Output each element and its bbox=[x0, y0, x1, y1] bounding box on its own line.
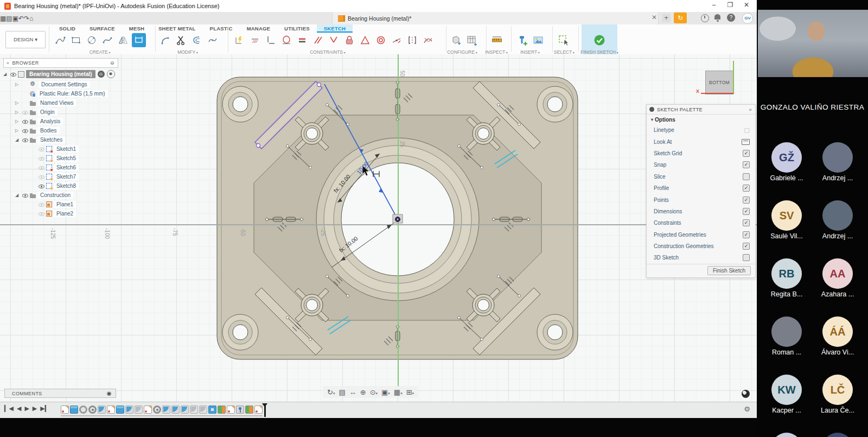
comments-toggle-icon[interactable]: ◉ bbox=[107, 390, 112, 396]
offset-tool-icon[interactable] bbox=[190, 33, 204, 47]
timeline-settings-gear-icon[interactable]: ⚙ bbox=[744, 405, 750, 413]
maximize-button[interactable]: ❐ bbox=[722, 0, 738, 11]
nav-icon[interactable]: ↻▾ bbox=[327, 388, 335, 396]
playback-icon[interactable]: ◀ bbox=[17, 405, 21, 412]
browser-row[interactable]: Plastic Rule: ABS (1,5 mm) bbox=[3, 89, 118, 98]
timeline-feature-icon[interactable] bbox=[208, 406, 216, 414]
timeline-feature-icon[interactable] bbox=[199, 406, 207, 414]
node-label[interactable]: Origin bbox=[37, 109, 58, 116]
parallel-constraint-icon[interactable] bbox=[311, 33, 325, 47]
participant-tile[interactable]: KW Kacper ... bbox=[762, 375, 811, 414]
timeline-feature-icon[interactable] bbox=[135, 406, 143, 414]
timeline-feature-icon[interactable] bbox=[79, 406, 87, 414]
fillet-tool-icon[interactable] bbox=[158, 33, 173, 47]
timeline-feature-icon[interactable] bbox=[88, 406, 97, 414]
participant-tile[interactable]: LČ Laura Če... bbox=[813, 375, 862, 414]
timeline-feature-icon[interactable] bbox=[162, 406, 170, 414]
extensions-clock-icon[interactable] bbox=[701, 14, 709, 22]
qat-icon[interactable]: ⌂ bbox=[29, 15, 33, 22]
qat-icon[interactable]: ↶ bbox=[18, 15, 24, 22]
playback-icon[interactable]: ▶ bbox=[33, 405, 37, 412]
notifications-bell-icon[interactable] bbox=[714, 14, 720, 20]
spline-tool-icon[interactable] bbox=[100, 33, 114, 47]
browser-row[interactable]: Document Settings bbox=[3, 80, 118, 89]
eye-icon[interactable] bbox=[38, 211, 45, 217]
timeline-feature-icon[interactable] bbox=[98, 406, 106, 414]
auto-constrain-icon[interactable] bbox=[232, 33, 246, 47]
expand-icon[interactable] bbox=[15, 82, 22, 87]
curve-tool-icon[interactable] bbox=[206, 33, 220, 47]
tangent-constraint-icon[interactable] bbox=[279, 33, 293, 47]
node-label[interactable]: Plane2 bbox=[54, 210, 76, 217]
nav-icon[interactable]: ▦▾ bbox=[394, 388, 403, 396]
eye-icon[interactable] bbox=[10, 71, 17, 77]
eye-icon[interactable] bbox=[22, 192, 29, 198]
qat-icon[interactable]: ▦ bbox=[0, 15, 6, 22]
close-tab-icon[interactable]: ✕ bbox=[650, 14, 659, 22]
ribbon-tab[interactable]: SOLID bbox=[52, 24, 82, 33]
browser-row[interactable]: Plane1 bbox=[3, 200, 118, 209]
configure-part-icon[interactable] bbox=[449, 33, 463, 47]
account-avatar[interactable]: GV bbox=[742, 13, 753, 24]
participant-tile[interactable]: JG Jorge Va... bbox=[762, 433, 811, 437]
insert-image-icon[interactable] bbox=[531, 33, 545, 47]
option-control[interactable] bbox=[743, 219, 750, 226]
option-control[interactable] bbox=[743, 254, 750, 261]
browser-row[interactable]: Named Views bbox=[3, 98, 118, 107]
node-label[interactable]: Plastic Rule: ABS (1,5 mm) bbox=[37, 90, 108, 97]
option-control[interactable] bbox=[744, 126, 750, 134]
participant-tile[interactable]: ÁÁ Álvaro Vi... bbox=[813, 316, 862, 356]
eye-icon[interactable] bbox=[22, 128, 29, 134]
active-speaker-tile[interactable]: GONZALO VALIÑO RIESTRA bbox=[757, 0, 868, 136]
eye-icon[interactable] bbox=[38, 183, 45, 189]
help-icon[interactable]: ? bbox=[727, 14, 735, 22]
collapse-panel-icon[interactable]: « bbox=[7, 60, 9, 66]
view-cube[interactable]: BOTTOM bbox=[705, 71, 733, 94]
timeline-feature-icon[interactable] bbox=[70, 406, 78, 414]
qat-icon[interactable]: ▤ bbox=[6, 15, 12, 22]
comments-bar[interactable]: COMMENTS ◉ bbox=[4, 389, 116, 398]
nav-icon[interactable]: ▣▾ bbox=[381, 388, 390, 396]
timeline-feature-icon[interactable] bbox=[218, 406, 226, 414]
root-component-label[interactable]: Bearing Housing (metal) bbox=[26, 70, 95, 78]
fix-constraint-icon[interactable] bbox=[248, 33, 262, 47]
expand-icon[interactable] bbox=[15, 110, 22, 115]
ribbon-tab[interactable]: MESH bbox=[122, 24, 151, 33]
ribbon-tab[interactable]: PLASTIC bbox=[203, 24, 240, 33]
browser-row[interactable]: Plane2 bbox=[3, 209, 118, 218]
timeline-feature-icon[interactable] bbox=[125, 406, 133, 414]
playback-icon[interactable]: ▶▎ bbox=[40, 405, 49, 412]
eye-icon[interactable] bbox=[38, 155, 45, 161]
participant-tile[interactable]: Andrzej ... bbox=[813, 200, 862, 240]
option-control[interactable] bbox=[743, 161, 750, 168]
nav-icon[interactable]: ▤ bbox=[339, 388, 345, 396]
polygon-constraint-icon[interactable] bbox=[358, 33, 372, 47]
browser-row[interactable]: Sketches bbox=[3, 135, 118, 144]
timeline-feature-icon[interactable] bbox=[245, 406, 253, 414]
new-tab-icon[interactable]: + bbox=[662, 14, 671, 22]
qat-icon[interactable]: ▣ bbox=[12, 15, 18, 22]
option-control[interactable] bbox=[743, 185, 750, 192]
participant-tile[interactable]: Roman ... bbox=[762, 316, 811, 356]
mirror-tool-icon[interactable] bbox=[116, 33, 130, 47]
eye-icon[interactable] bbox=[38, 164, 45, 170]
browser-header[interactable]: « BROWSER ⊖ bbox=[3, 58, 118, 68]
participant-tile[interactable]: SV Saulė Vil... bbox=[762, 200, 811, 240]
node-label[interactable]: Bodies bbox=[37, 127, 60, 134]
document-tab[interactable]: Bearing Housing (metal)* bbox=[332, 12, 659, 24]
browser-row[interactable]: Sketch8 bbox=[3, 181, 118, 191]
node-label[interactable]: Named Views bbox=[37, 99, 76, 106]
activate-component-icon[interactable]: ◉ bbox=[107, 70, 115, 78]
nav-icon[interactable]: ⊕ bbox=[360, 388, 366, 396]
option-control[interactable] bbox=[743, 173, 750, 180]
symmetry-constraint-icon[interactable] bbox=[405, 33, 419, 47]
nav-icon[interactable]: ⊙▾ bbox=[370, 388, 378, 396]
timeline-feature-icon[interactable] bbox=[181, 406, 189, 414]
expand-icon[interactable] bbox=[15, 100, 22, 105]
qat-icon[interactable]: ↷ bbox=[24, 15, 29, 22]
lock-icon[interactable] bbox=[342, 33, 356, 47]
eye-icon[interactable] bbox=[22, 109, 29, 115]
participant-tile[interactable]: +52 bbox=[813, 433, 862, 437]
midpoint-constraint-icon[interactable] bbox=[390, 33, 404, 47]
timeline-feature-icon[interactable] bbox=[236, 406, 244, 414]
